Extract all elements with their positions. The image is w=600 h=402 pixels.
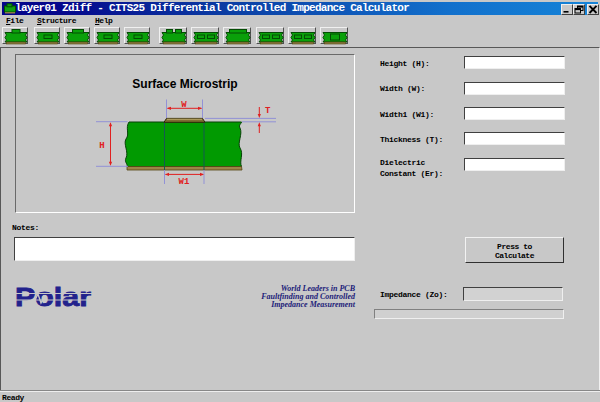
svg-text:Polar: Polar [15, 286, 91, 308]
svg-text:W: W [181, 100, 187, 110]
svg-text:W1: W1 [179, 177, 190, 187]
svg-text:T: T [265, 106, 271, 116]
svg-text:H: H [99, 141, 104, 151]
